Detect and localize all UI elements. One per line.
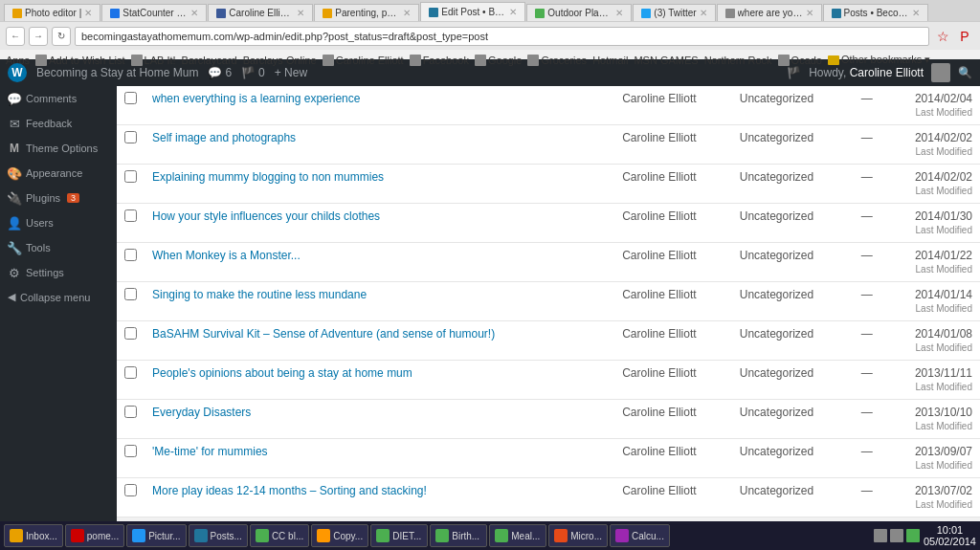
post-checkbox[interactable] (124, 366, 137, 379)
post-checkbox[interactable] (124, 92, 137, 104)
taskbar-item[interactable]: Pictur... (126, 524, 186, 547)
browser-tab[interactable]: Caroline Elliott...✕ (208, 4, 313, 21)
site-name[interactable]: Becoming a Stay at Home Mum (36, 66, 198, 79)
sidebar-item-users[interactable]: 👤 Users (0, 210, 117, 235)
post-checkbox-cell[interactable] (117, 478, 145, 517)
bookmark-item[interactable]: LAB It! (131, 55, 176, 66)
browser-tab[interactable]: Photo editor |✕ (4, 4, 100, 21)
taskbar-item[interactable]: Calcu... (610, 524, 670, 547)
browser-tab[interactable]: (3) Twitter✕ (633, 4, 715, 21)
post-title-link[interactable]: How your style influences your childs cl… (152, 209, 380, 223)
back-button[interactable]: ← (6, 27, 25, 46)
post-checkbox[interactable] (124, 406, 137, 418)
bookmark-item[interactable]: Add to Wish List (35, 55, 124, 66)
taskbar-item[interactable]: Meal... (489, 524, 546, 547)
post-checkbox[interactable] (124, 327, 137, 340)
post-title-link[interactable]: when everything is a learning experience (152, 92, 360, 105)
bookmark-item[interactable]: Barclaycard (182, 55, 237, 66)
pinterest-icon[interactable]: P (955, 27, 974, 46)
taskbar-item[interactable]: Copy... (311, 524, 368, 547)
browser-tab[interactable]: where are you...✕ (717, 4, 822, 21)
taskbar-item[interactable]: Birth... (430, 524, 487, 547)
post-author-cell: Caroline Elliott (614, 400, 732, 439)
collapse-menu-button[interactable]: ◀ Collapse menu (0, 285, 117, 309)
sidebar: 💬 Comments ✉ Feedback M Theme Options 🎨 … (0, 86, 117, 550)
post-title-link[interactable]: When Monkey is a Monster... (152, 249, 301, 262)
post-checkbox[interactable] (124, 131, 137, 143)
sidebar-item-comments[interactable]: 💬 Comments (0, 86, 117, 111)
post-title-cell: People's opinions about being a stay at … (145, 361, 614, 400)
post-checkbox-cell[interactable] (117, 321, 145, 361)
theme-options-icon: M (8, 142, 21, 155)
post-title-link[interactable]: Self image and photographs (152, 131, 296, 144)
forward-button[interactable]: → (29, 27, 48, 46)
browser-tab[interactable]: Outdoor Play F...✕ (526, 4, 632, 21)
table-row: Singing to make the routine less mundane… (117, 282, 980, 321)
sidebar-item-settings[interactable]: ⚙ Settings (0, 260, 117, 285)
bookmark-item[interactable]: Caroline Elliott (323, 55, 404, 66)
post-checkbox[interactable] (124, 170, 137, 183)
browser-tab[interactable]: Posts • Becom...✕ (823, 4, 928, 21)
post-checkbox-cell[interactable] (117, 361, 145, 400)
post-title-cell: 'Me-time' for mummies (145, 439, 614, 478)
wp-logo[interactable]: W (8, 63, 27, 82)
admin-search-icon[interactable]: 🔍 (958, 66, 972, 79)
post-title-cell: Explaining mummy blogging to non mummies (145, 165, 614, 204)
taskbar-item[interactable]: Inbox... (4, 524, 63, 547)
sidebar-item-feedback[interactable]: ✉ Feedback (0, 111, 117, 136)
bookmark-item[interactable]: Google (475, 55, 522, 66)
taskbar-item[interactable]: pome... (65, 524, 124, 547)
bookmark-item[interactable]: Hotmail (592, 55, 628, 66)
flags-bar-item[interactable]: 🏴 0 (241, 66, 265, 79)
post-checkbox-cell[interactable] (117, 86, 145, 125)
post-title-link[interactable]: Explaining mummy blogging to non mummies (152, 170, 384, 184)
taskbar-item[interactable]: Micro... (548, 524, 608, 547)
bookmark-item[interactable]: Barclays Online (243, 55, 317, 66)
post-date-cell: 2014/01/08Last Modified (884, 321, 980, 361)
comments-bar-item[interactable]: 💬 6 (208, 66, 232, 79)
address-bar[interactable]: becomingastayathomemum.com/wp-admin/edit… (75, 27, 929, 46)
post-checkbox-cell[interactable] (117, 400, 145, 439)
post-title-link[interactable]: BaSAHM Survival Kit – Sense of Adventure… (152, 327, 495, 341)
post-checkbox[interactable] (124, 209, 137, 222)
browser-tab[interactable]: StatCounter St...✕ (101, 4, 207, 21)
bookmark-item[interactable]: Facebook (410, 55, 469, 66)
bookmark-star-icon[interactable]: ☆ (933, 27, 952, 46)
taskbar-item[interactable]: CC bl... (250, 524, 309, 547)
post-checkbox[interactable] (124, 288, 137, 300)
post-title-link[interactable]: People's opinions about being a stay at … (152, 366, 412, 380)
post-checkbox[interactable] (124, 445, 137, 457)
bookmark-item[interactable]: Northern Rock (704, 55, 772, 66)
browser-tab[interactable]: Edit Post • Bec...✕ (420, 2, 525, 21)
post-checkbox[interactable] (124, 249, 137, 261)
admin-avatar[interactable] (931, 63, 950, 82)
post-title-link[interactable]: Everyday Disasters (152, 406, 251, 419)
tools-icon: 🔧 (8, 241, 21, 254)
post-title-link[interactable]: More play ideas 12-14 months – Sorting a… (152, 484, 427, 497)
post-checkbox-cell[interactable] (117, 282, 145, 321)
post-checkbox[interactable] (124, 484, 137, 496)
howdy-text: Howdy, Caroline Elliott (809, 66, 924, 79)
flag-right-icon[interactable]: 🏴 (787, 66, 801, 79)
taskbar-item[interactable]: DIET... (370, 524, 428, 547)
post-checkbox-cell[interactable] (117, 125, 145, 165)
sidebar-item-plugins[interactable]: 🔌 Plugins 3 (0, 186, 117, 210)
post-checkbox-cell[interactable] (117, 204, 145, 243)
post-title-cell: Self image and photographs (145, 125, 614, 165)
taskbar-item[interactable]: Posts... (189, 524, 248, 547)
sidebar-item-theme-options[interactable]: M Theme Options (0, 136, 117, 161)
refresh-button[interactable]: ↻ (52, 27, 71, 46)
post-title-link[interactable]: Singing to make the routine less mundane (152, 288, 367, 301)
post-title-link[interactable]: 'Me-time' for mummies (152, 445, 268, 458)
sidebar-item-tools[interactable]: 🔧 Tools (0, 235, 117, 260)
bookmark-item[interactable]: Groceries (527, 55, 587, 66)
post-checkbox-cell[interactable] (117, 439, 145, 478)
bookmark-item[interactable]: MSN GAMES (634, 55, 698, 66)
browser-tab[interactable]: Parenting, pho...✕ (314, 4, 419, 21)
new-post-button[interactable]: + New (275, 66, 307, 79)
post-checkbox-cell[interactable] (117, 165, 145, 204)
post-modified-label: Last Modified (916, 303, 972, 314)
post-checkbox-cell[interactable] (117, 243, 145, 282)
post-tags-cell: — (849, 125, 884, 165)
sidebar-item-appearance[interactable]: 🎨 Appearance (0, 161, 117, 186)
